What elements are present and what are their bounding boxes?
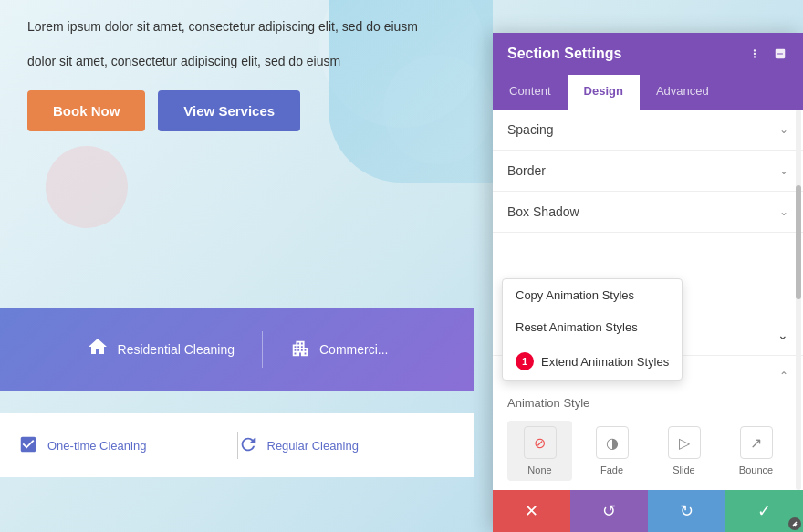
button-row: Book Now View Services <box>27 90 447 131</box>
anim-bounce-icon: ↗ <box>740 426 773 459</box>
lorem-paragraph-1: Lorem ipsum dolor sit amet, consectetur … <box>27 9 447 37</box>
anim-none-label: None <box>527 464 551 475</box>
tab-content[interactable]: Content <box>493 75 568 110</box>
box-shadow-section: Box Shadow ⌄ <box>493 192 803 233</box>
building-icon <box>290 339 310 361</box>
panel-tabs: Content Design Advanced <box>493 75 803 110</box>
anim-none-icon: ⊘ <box>524 426 557 459</box>
panel-body: Spacing ⌄ Border ⌄ Box Shadow ⌄ Copy Ani… <box>493 110 803 490</box>
anim-fade-icon: ◑ <box>596 426 629 459</box>
extend-badge: 1 <box>516 352 534 370</box>
services-bar: Residential Cleaning Commerci... <box>0 308 474 391</box>
cancel-button[interactable]: ✕ <box>493 490 570 532</box>
border-label: Border <box>507 163 546 178</box>
copy-animation-label: Copy Animation Styles <box>516 288 634 302</box>
border-chevron: ⌄ <box>779 164 788 177</box>
panel-header: Section Settings <box>493 33 803 75</box>
book-now-button[interactable]: Book Now <box>27 90 145 131</box>
border-header[interactable]: Border ⌄ <box>493 151 803 191</box>
spacing-section: Spacing ⌄ <box>493 110 803 151</box>
anim-slide-icon: ▷ <box>668 426 701 459</box>
regular-item: Regular Cleaning <box>238 434 457 457</box>
anim-slide-label: Slide <box>673 464 694 475</box>
filter-chevron: ⌄ <box>777 328 788 342</box>
box-shadow-label: Box Shadow <box>507 204 579 219</box>
tab-advanced[interactable]: Advanced <box>640 75 725 110</box>
anim-fade[interactable]: ◑ Fade <box>579 421 644 481</box>
one-time-label: One-time Cleaning <box>47 439 146 453</box>
anim-fade-label: Fade <box>600 464 623 475</box>
redo-button[interactable]: ↻ <box>648 490 725 532</box>
refresh-icon <box>238 434 258 457</box>
extend-animation-styles-item[interactable]: 1 Extend Animation Styles <box>503 343 682 380</box>
house-icon <box>87 336 109 363</box>
anim-bounce-label: Bounce <box>739 464 773 475</box>
animation-style-label: Animation Style <box>507 396 788 410</box>
commercial-item: Commerci... <box>263 339 415 361</box>
context-menu: Copy Animation Styles Reset Animation St… <box>502 278 683 381</box>
spacing-chevron: ⌄ <box>779 123 788 136</box>
box-shadow-chevron: ⌄ <box>779 205 788 218</box>
regular-label: Regular Cleaning <box>267 439 359 453</box>
animation-chevron: ⌃ <box>779 370 788 382</box>
panel-close-icon[interactable] <box>772 46 788 62</box>
resize-handle[interactable] <box>788 517 801 530</box>
reset-animation-styles-item[interactable]: Reset Animation Styles <box>503 311 682 343</box>
scroll-thumb[interactable] <box>796 185 801 299</box>
extend-animation-label: Extend Animation Styles <box>541 355 669 369</box>
view-services-button[interactable]: View Services <box>158 90 300 131</box>
settings-panel: Section Settings Content Design Advanced… <box>493 33 803 532</box>
commercial-label: Commerci... <box>319 342 388 357</box>
animation-grid-row1: ⊘ None ◑ Fade ▷ Slide ↗ Bounce <box>507 421 788 481</box>
lorem-paragraph-2: dolor sit amet, consectetur adipiscing e… <box>27 44 447 71</box>
box-shadow-header[interactable]: Box Shadow ⌄ <box>493 192 803 232</box>
animation-body: Animation Style ⊘ None ◑ Fade ▷ Slide <box>493 396 803 490</box>
panel-header-icons <box>746 46 788 62</box>
one-time-item: One-time Cleaning <box>18 434 237 457</box>
anim-none[interactable]: ⊘ None <box>507 421 572 481</box>
undo-button[interactable]: ↺ <box>570 490 648 532</box>
bottom-icons-row: One-time Cleaning Regular Cleaning <box>0 413 474 477</box>
border-section: Border ⌄ <box>493 151 803 192</box>
scroll-track[interactable] <box>796 110 801 490</box>
anim-slide[interactable]: ▷ Slide <box>652 421 716 481</box>
check-icon <box>18 434 38 457</box>
residential-item: Residential Cleaning <box>59 336 262 363</box>
spacing-header[interactable]: Spacing ⌄ <box>493 110 803 150</box>
panel-settings-icon[interactable] <box>746 46 763 62</box>
spacing-label: Spacing <box>507 122 554 137</box>
copy-animation-styles-item[interactable]: Copy Animation Styles <box>503 279 682 311</box>
residential-label: Residential Cleaning <box>118 342 235 357</box>
panel-title: Section Settings <box>507 46 621 62</box>
panel-footer: ✕ ↺ ↻ ✓ <box>493 490 803 532</box>
tab-design[interactable]: Design <box>568 75 640 110</box>
anim-bounce[interactable]: ↗ Bounce <box>724 421 788 481</box>
reset-animation-label: Reset Animation Styles <box>516 320 638 334</box>
